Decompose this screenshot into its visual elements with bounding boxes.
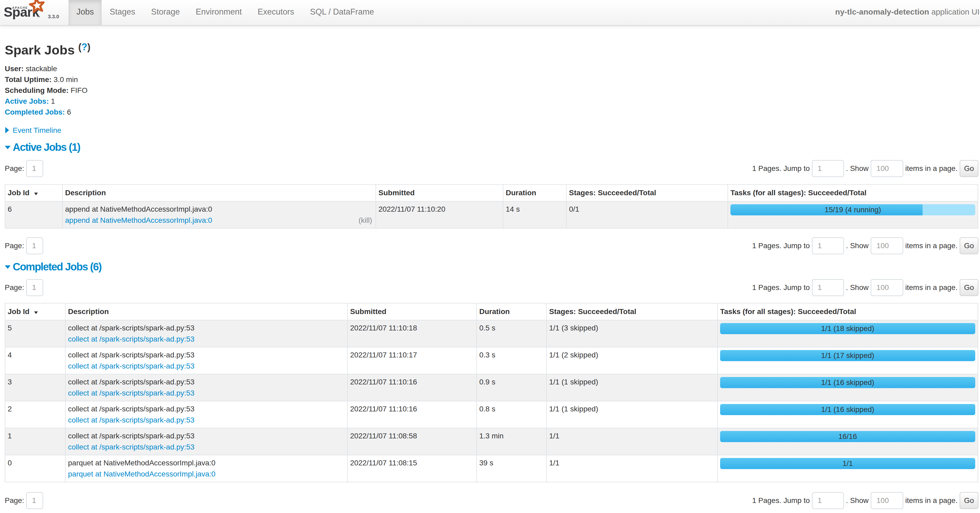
svg-text:TM: TM — [37, 15, 40, 18]
